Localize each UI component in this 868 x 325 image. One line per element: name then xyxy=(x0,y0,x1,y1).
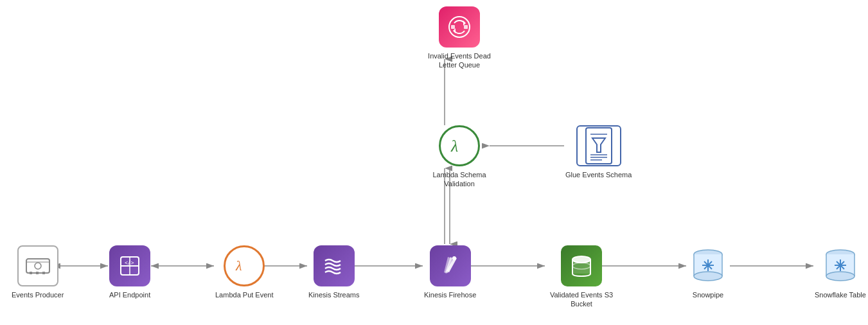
api-endpoint-node: </> API Endpoint xyxy=(109,245,150,299)
invalid-events-dlq-node: Invalid Events Dead Letter Queue xyxy=(424,6,495,70)
svg-point-34 xyxy=(694,272,722,281)
api-endpoint-label: API Endpoint xyxy=(109,290,150,299)
svg-rect-20 xyxy=(42,272,45,274)
svg-rect-15 xyxy=(26,259,49,273)
kinesis-streams-node: Kinesis Streams xyxy=(308,245,359,299)
svg-point-51 xyxy=(839,264,842,267)
snowflake-table-icon xyxy=(820,245,861,286)
validated-events-s3-label: Validated Events S3 Bucket xyxy=(546,290,617,309)
glue-events-schema-label: Glue Events Schema xyxy=(565,170,632,179)
kinesis-firehose-label: Kinesis Firehose xyxy=(424,290,476,299)
kinesis-streams-icon xyxy=(314,245,355,286)
lambda-schema-validation-node: λ Lambda Schema Validation xyxy=(424,125,495,189)
snowpipe-icon xyxy=(687,245,729,286)
svg-point-44 xyxy=(826,272,855,281)
svg-text:λ: λ xyxy=(450,137,458,155)
events-producer-label: Events Producer xyxy=(12,290,64,299)
snowflake-table-node: Snowflake Table xyxy=(815,245,866,299)
svg-rect-18 xyxy=(30,272,32,274)
invalid-events-dlq-icon xyxy=(439,6,480,48)
svg-marker-60 xyxy=(463,21,466,26)
api-endpoint-icon: </> xyxy=(109,245,150,286)
snowpipe-label: Snowpipe xyxy=(693,290,723,299)
events-producer-node: Events Producer xyxy=(12,245,64,299)
svg-rect-63 xyxy=(464,25,468,29)
diagram-container: Events Producer </> API Endpoint λ Lambd… xyxy=(0,0,868,325)
lambda-put-event-icon: λ xyxy=(224,245,265,286)
lambda-schema-validation-label: Lambda Schema Validation xyxy=(424,170,495,189)
svg-point-16 xyxy=(35,263,41,269)
validated-events-s3-icon xyxy=(561,245,602,286)
svg-rect-19 xyxy=(36,272,39,274)
lambda-put-event-label: Lambda Put Event xyxy=(215,290,274,299)
validated-events-s3-node: Validated Events S3 Bucket xyxy=(546,245,617,309)
svg-text:λ: λ xyxy=(235,258,242,274)
svg-point-41 xyxy=(707,264,709,267)
lambda-schema-validation-icon: λ xyxy=(439,125,480,166)
events-producer-icon xyxy=(17,245,58,286)
lambda-put-event-node: λ Lambda Put Event xyxy=(215,245,274,299)
svg-rect-62 xyxy=(451,25,455,29)
glue-events-schema-icon xyxy=(576,125,621,166)
invalid-events-dlq-label: Invalid Events Dead Letter Queue xyxy=(424,51,495,70)
glue-events-schema-node: Glue Events Schema xyxy=(565,125,632,179)
kinesis-firehose-icon xyxy=(430,245,471,286)
svg-marker-61 xyxy=(453,28,456,33)
kinesis-firehose-node: Kinesis Firehose xyxy=(424,245,476,299)
snowpipe-node: Snowpipe xyxy=(687,245,729,299)
kinesis-streams-label: Kinesis Streams xyxy=(308,290,359,299)
snowflake-table-label: Snowflake Table xyxy=(815,290,866,299)
svg-point-26 xyxy=(452,256,456,260)
svg-rect-53 xyxy=(586,128,612,164)
